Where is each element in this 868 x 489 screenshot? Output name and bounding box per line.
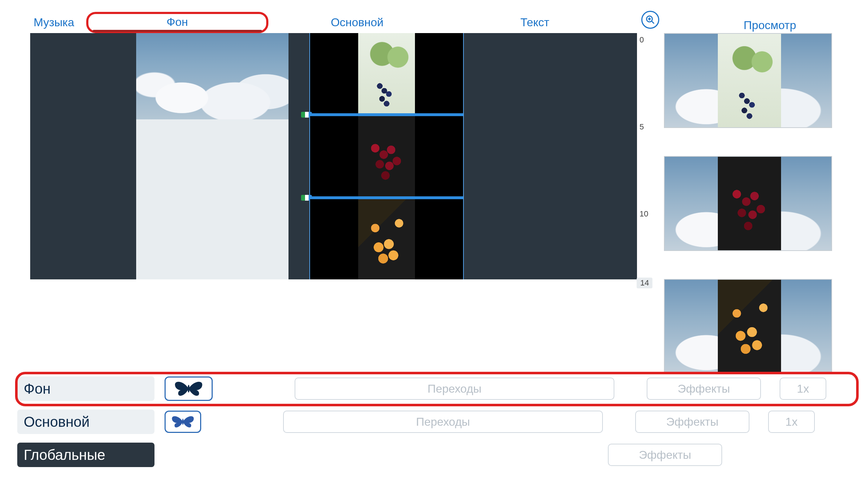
main-clip-2[interactable]	[310, 116, 463, 196]
zoom-in-icon	[645, 15, 655, 25]
timeline-ruler: 0 5 10 14	[640, 33, 657, 285]
svg-point-5	[182, 419, 184, 425]
layer-main-name[interactable]: Основной	[17, 410, 154, 434]
layer-row-bg: Фон Переходы Эффекты 1x	[17, 375, 857, 403]
timeline-col-text[interactable]	[464, 33, 637, 279]
main-clip-2-thumb	[358, 116, 415, 196]
preview-slide-3[interactable]	[664, 279, 832, 374]
preview-label: Просмотр	[744, 19, 796, 32]
svg-point-4	[188, 385, 189, 393]
clip-divider-2[interactable]	[310, 196, 463, 199]
layer-global-effects[interactable]: Эффекты	[608, 444, 722, 466]
tab-text[interactable]: Текст	[446, 16, 624, 29]
tab-background-label: Фон	[166, 15, 188, 28]
preview-slide-1[interactable]	[664, 33, 832, 128]
timeline	[30, 33, 637, 279]
bg-clip-clouds	[136, 33, 288, 119]
svg-line-1	[652, 21, 654, 24]
timeline-col-bg-empty[interactable]	[30, 33, 136, 279]
layer-main-multiplier[interactable]: 1x	[768, 411, 815, 433]
main-clip-1-thumb	[358, 33, 415, 113]
tab-music[interactable]: Музыка	[22, 16, 86, 29]
layer-main-transitions[interactable]: Переходы	[283, 411, 603, 433]
zoom-in-button[interactable]	[641, 11, 659, 29]
layer-bg-name[interactable]: Фон	[17, 376, 154, 401]
clip-divider-1[interactable]	[310, 113, 463, 116]
tab-main[interactable]: Основной	[268, 16, 446, 29]
layer-global-name[interactable]: Глобальные	[17, 443, 154, 467]
main-clip-3-thumb	[358, 199, 415, 279]
preview-slide-2[interactable]	[664, 156, 832, 251]
timeline-col-main-pad	[288, 33, 309, 279]
ruler-tick-10: 10	[640, 209, 657, 219]
butterfly-icon	[172, 379, 205, 398]
layer-row-global: Глобальные Эффекты	[17, 441, 857, 469]
butterfly-icon	[170, 413, 196, 430]
main-clip-1[interactable]	[310, 33, 463, 113]
timeline-col-main-clips[interactable]	[309, 33, 464, 279]
layer-main-butterfly-button[interactable]	[165, 411, 201, 433]
preview-column	[664, 33, 832, 402]
ruler-tick-0: 0	[640, 35, 657, 45]
tab-background[interactable]: Фон	[86, 12, 268, 33]
main-clip-3[interactable]	[310, 199, 463, 279]
top-tabs: Музыка Фон Основной Текст	[22, 12, 624, 33]
layer-main-effects[interactable]: Эффекты	[635, 411, 749, 433]
layers-panel: Фон Переходы Эффекты 1x Основной Переход…	[17, 375, 857, 474]
layer-bg-multiplier[interactable]: 1x	[780, 378, 826, 400]
layer-bg-effects[interactable]: Эффекты	[647, 378, 761, 400]
ruler-tick-5: 5	[640, 122, 657, 132]
layer-bg-transitions[interactable]: Переходы	[295, 378, 614, 400]
layer-bg-butterfly-button[interactable]	[165, 376, 213, 401]
timeline-col-bg-clip[interactable]	[136, 33, 288, 279]
layer-row-main: Основной Переходы Эффекты 1x	[17, 408, 857, 436]
tab-active-underline	[93, 30, 262, 32]
ruler-total: 14	[637, 278, 652, 288]
